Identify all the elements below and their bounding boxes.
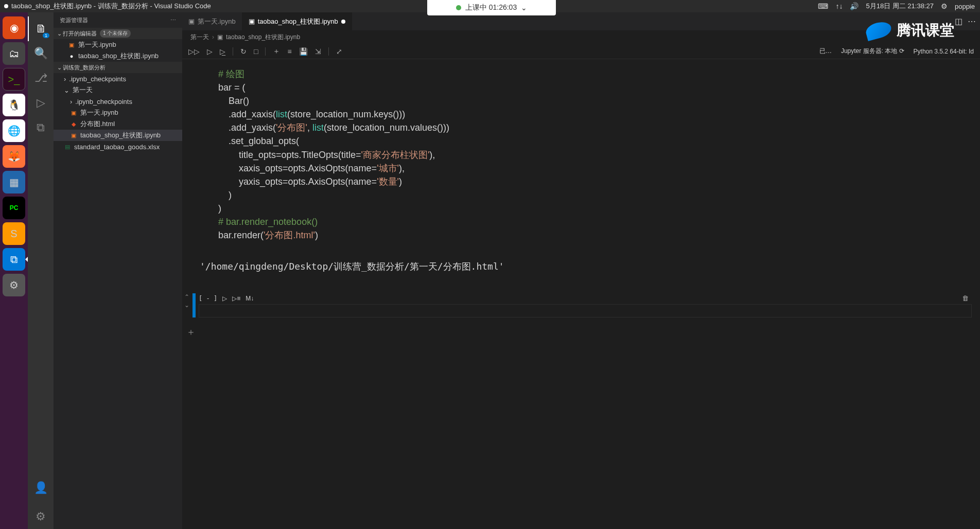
- modified-dot-icon: ●: [68, 52, 75, 60]
- open-editors-header[interactable]: ⌄ 打开的编辑器 1 个未保存: [54, 28, 182, 39]
- activity-explorer[interactable]: 🗎1: [28, 16, 54, 41]
- editor-tabbar: ▣第一天.ipynb▣taobao_shop_柱状图.ipynb ◫ ⋯: [182, 12, 980, 30]
- launcher-files[interactable]: 🗂: [3, 42, 25, 65]
- switch-markdown-button[interactable]: M↓: [246, 295, 254, 302]
- notebook-toolbar: ▷▷ ▷ ▷̲ ↻ □ ＋ ≡ 💾 ⇲ ⤢ 已… Jupyter 服务器: 本地…: [182, 44, 980, 59]
- chevron-icon: ›: [70, 98, 72, 105]
- tencent-classroom-logo: 腾讯课堂: [866, 21, 954, 40]
- file-icon: ▤: [64, 143, 71, 150]
- item-name: .ipynb_checkpoints: [69, 75, 126, 83]
- explorer-badge: 1: [43, 33, 49, 38]
- trusted-status[interactable]: 已…: [819, 47, 832, 56]
- notebook-body: # 绘图 bar = ( Bar() .add_xaxis(list(store…: [182, 59, 980, 529]
- kernel-status[interactable]: Python 3.5.2 64-bit: Id: [914, 48, 974, 55]
- run-cell-icon[interactable]: ▷: [222, 295, 227, 302]
- activity-account[interactable]: 👤: [28, 475, 54, 500]
- breadcrumb[interactable]: 第一天 › ▣ taobao_shop_柱状图.ipynb: [182, 30, 980, 44]
- run-by-line-button[interactable]: ▷̲: [220, 47, 225, 56]
- live-dot-icon: [456, 5, 461, 10]
- activity-debug[interactable]: ▷: [28, 91, 54, 115]
- activity-source-control[interactable]: ⎇: [28, 66, 54, 91]
- live-class-indicator[interactable]: 上课中 01:26:03 ⌄: [427, 0, 556, 15]
- restart-button[interactable]: ↻: [240, 47, 247, 56]
- variables-button[interactable]: ≡: [287, 47, 291, 56]
- cell-input[interactable]: [199, 304, 972, 318]
- file-item[interactable]: ◆分布图.html: [54, 118, 182, 130]
- activity-extensions[interactable]: ⧉: [28, 115, 54, 140]
- launcher-app1[interactable]: ▦: [3, 171, 25, 193]
- move-up-icon[interactable]: ⌃: [184, 293, 189, 301]
- file-item[interactable]: ▣第一天.ipynb: [54, 107, 182, 118]
- add-cell-below-button[interactable]: ＋: [182, 318, 980, 338]
- chevron-down-icon: ⌄: [56, 64, 63, 71]
- launcher-qq[interactable]: 🐧: [3, 94, 25, 116]
- code-content[interactable]: # 绘图 bar = ( Bar() .add_xaxis(list(store…: [187, 64, 975, 245]
- tab-label: 第一天.ipynb: [198, 17, 236, 26]
- delete-cell-icon[interactable]: 🗑: [962, 294, 972, 302]
- chevron-right-icon: ›: [212, 33, 214, 41]
- more-icon[interactable]: ⋯: [170, 17, 176, 24]
- notebook-icon: ▣: [188, 17, 195, 25]
- more-icon[interactable]: ⋯: [968, 16, 976, 26]
- code-cell[interactable]: # 绘图 bar = ( Bar() .add_xaxis(list(store…: [187, 64, 975, 245]
- open-editor-item[interactable]: ●taobao_shop_柱状图.ipynb: [54, 50, 182, 62]
- activity-search[interactable]: 🔍: [28, 41, 54, 66]
- cell-output: '/home/qingdeng/Desktop/训练营_数据分析/第一天/分布图…: [182, 250, 980, 278]
- notebook-icon: ▣: [68, 41, 75, 48]
- launcher-firefox[interactable]: 🦊: [3, 145, 25, 168]
- tencent-logomark-icon: [864, 20, 893, 41]
- power-icon[interactable]: ⚙: [941, 2, 948, 10]
- sidebar-header: 资源管理器 ⋯: [54, 12, 182, 28]
- breadcrumb-folder[interactable]: 第一天: [190, 33, 209, 42]
- file-item[interactable]: ▣taobao_shop_柱状图.ipynb: [54, 130, 182, 141]
- notebook-icon: ▣: [217, 33, 223, 41]
- expand-button[interactable]: ⤢: [336, 47, 342, 56]
- open-editor-name: taobao_shop_柱状图.ipynb: [78, 51, 159, 61]
- export-button[interactable]: ⇲: [315, 47, 321, 56]
- file-item[interactable]: ▤standard_taobao_goods.xlsx: [54, 141, 182, 152]
- launcher-pycharm[interactable]: PC: [3, 197, 25, 219]
- chevron-down-icon: ⌄: [521, 4, 527, 12]
- tab-label: taobao_shop_柱状图.ipynb: [258, 17, 338, 26]
- editor-tab[interactable]: ▣taobao_shop_柱状图.ipynb: [242, 12, 352, 30]
- live-class-label: 上课中 01:26:03: [465, 3, 517, 12]
- save-button[interactable]: 💾: [299, 47, 308, 56]
- network-icon[interactable]: ↑↓: [835, 2, 843, 10]
- launcher-ubuntu[interactable]: ◉: [3, 16, 25, 39]
- launcher-terminal[interactable]: >_: [3, 68, 25, 91]
- chevron-down-icon: ⌄: [56, 30, 63, 37]
- volume-icon[interactable]: 🔊: [850, 2, 859, 10]
- run-all-button[interactable]: ▷▷: [188, 47, 200, 56]
- folder-item[interactable]: ⌄第一天: [54, 84, 182, 96]
- item-name: .ipynb_checkpoints: [75, 98, 132, 105]
- editor-tab[interactable]: ▣第一天.ipynb: [182, 12, 242, 30]
- username[interactable]: poppie: [955, 3, 975, 10]
- activity-settings[interactable]: ⚙: [28, 504, 54, 529]
- launcher-settings[interactable]: ⚙: [3, 274, 25, 296]
- launcher-chrome[interactable]: 🌐: [3, 119, 25, 142]
- interrupt-button[interactable]: □: [254, 47, 258, 56]
- item-name: taobao_shop_柱状图.ipynb: [80, 131, 161, 140]
- folder-root-name: 训练营_数据分析: [63, 64, 106, 72]
- file-icon: ▣: [70, 109, 77, 116]
- folder-item[interactable]: ›.ipynb_checkpoints: [54, 73, 182, 84]
- ubuntu-launcher: ◉ 🗂 >_ 🐧 🌐 🦊 ▦ PC S ⧉ ⚙: [0, 12, 28, 529]
- empty-code-cell[interactable]: ⌃ ⌄ [ - ] ▷ ▷≡ M↓ 🗑: [182, 293, 975, 318]
- keyboard-icon[interactable]: ⌨: [818, 2, 828, 10]
- breadcrumb-file[interactable]: taobao_shop_柱状图.ipynb: [226, 33, 300, 42]
- split-editor-icon[interactable]: ◫: [955, 16, 962, 26]
- folder-item[interactable]: ›.ipynb_checkpoints: [54, 96, 182, 107]
- move-down-icon[interactable]: ⌄: [184, 302, 189, 309]
- add-cell-button[interactable]: ＋: [273, 47, 280, 56]
- notebook-icon: ▣: [249, 17, 255, 25]
- open-editor-item[interactable]: ▣第一天.ipynb: [54, 39, 182, 50]
- run-button[interactable]: ▷: [207, 47, 213, 56]
- folder-root-header[interactable]: ⌄ 训练营_数据分析: [54, 62, 182, 73]
- run-by-line-icon[interactable]: ▷≡: [232, 295, 240, 302]
- window-title-text: taobao_shop_柱状图.ipynb - 训练营_数据分析 - Visua…: [11, 2, 211, 11]
- launcher-sublime[interactable]: S: [3, 222, 25, 245]
- explorer-sidebar: 资源管理器 ⋯ ⌄ 打开的编辑器 1 个未保存 ▣第一天.ipynb●taoba…: [54, 12, 182, 529]
- launcher-vscode[interactable]: ⧉: [3, 248, 25, 271]
- clock[interactable]: 5月18日 周二 21:38:27: [866, 2, 934, 11]
- jupyter-server-status[interactable]: Jupyter 服务器: 本地 ⟳: [841, 47, 904, 56]
